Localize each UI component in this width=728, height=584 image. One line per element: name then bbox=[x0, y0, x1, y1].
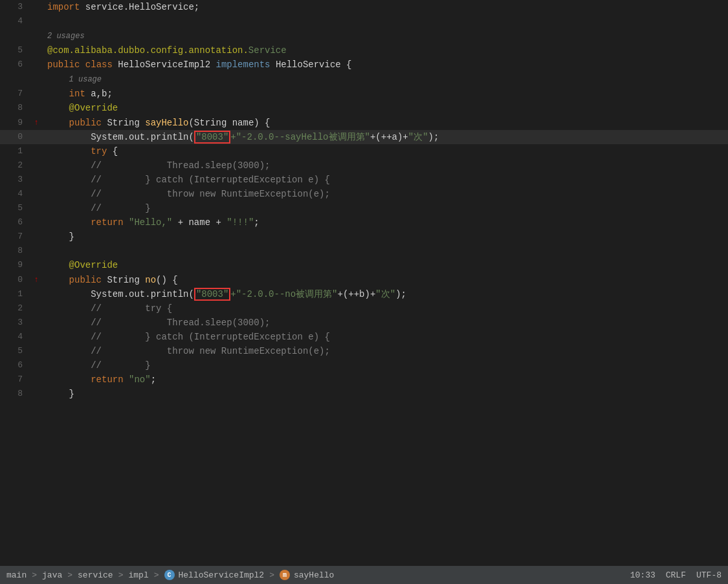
table-row: 7 } bbox=[0, 230, 728, 244]
status-path-impl: impl bbox=[128, 570, 148, 580]
code-line: // Thread.sleep(3000); bbox=[43, 158, 728, 173]
code-token: .println( bbox=[145, 289, 194, 299]
annotation-value: Service bbox=[248, 45, 287, 56]
indent bbox=[47, 160, 91, 171]
indent bbox=[47, 103, 69, 113]
table-row: 0 System.out.println("8003"+"-2.0.0--say… bbox=[0, 130, 728, 144]
status-line-ending: CRLF bbox=[666, 570, 686, 580]
indent bbox=[47, 203, 91, 213]
code-token bbox=[124, 217, 129, 228]
indent bbox=[47, 217, 91, 228]
code-token: String bbox=[102, 275, 145, 285]
gutter-cell bbox=[29, 244, 43, 258]
gutter-cell bbox=[29, 316, 43, 330]
code-token: + name + bbox=[172, 217, 226, 228]
code-line: // } catch (InterruptedException e) { bbox=[43, 173, 728, 187]
line-number: 6 bbox=[0, 58, 29, 72]
code-line: // } bbox=[43, 358, 728, 373]
highlighted-string: "8003" bbox=[194, 131, 230, 144]
table-row: 5 // throw new RuntimeException(e); bbox=[0, 344, 728, 358]
code-line: 2 usages bbox=[43, 28, 728, 43]
gutter-cell bbox=[29, 28, 43, 43]
status-path-main: main bbox=[6, 570, 27, 580]
indent bbox=[47, 360, 91, 371]
gutter-cell: ↑ bbox=[29, 272, 43, 287]
code-line: try { bbox=[43, 144, 728, 158]
line-number: 7 bbox=[0, 87, 29, 101]
table-row: 8 @Override bbox=[0, 101, 728, 115]
indent bbox=[47, 132, 91, 142]
indent bbox=[47, 389, 69, 399]
gutter-cell bbox=[29, 144, 43, 158]
code-token: (String name) { bbox=[188, 118, 270, 128]
code-line: public String no() { bbox=[43, 272, 728, 287]
commented-code: } bbox=[102, 203, 151, 213]
table-row: 4 // throw new RuntimeException(e); bbox=[0, 187, 728, 201]
line-number: 5 bbox=[0, 43, 29, 58]
gutter-cell bbox=[29, 287, 43, 301]
indent bbox=[47, 260, 69, 270]
code-token: +(++b)+ bbox=[338, 289, 376, 299]
table-row: 4 bbox=[0, 14, 728, 28]
line-number: 3 bbox=[0, 173, 29, 187]
indent bbox=[47, 318, 91, 328]
comment-marker: // bbox=[91, 360, 102, 371]
code-line: public String sayHello(String name) { bbox=[43, 115, 728, 130]
keyword-blue: implements bbox=[215, 59, 270, 70]
keyword: class bbox=[85, 59, 113, 70]
code-token: service.HelloService; bbox=[80, 2, 199, 12]
gutter-cell bbox=[29, 373, 43, 387]
keyword: import bbox=[47, 2, 80, 12]
line-number: 4 bbox=[0, 14, 29, 28]
keyword: public bbox=[47, 59, 80, 70]
run-icon[interactable]: ↑ bbox=[34, 118, 38, 127]
commented-code: try { bbox=[102, 303, 172, 314]
code-line: @Override bbox=[43, 258, 728, 272]
code-token bbox=[80, 59, 85, 70]
code-token: () { bbox=[156, 275, 178, 285]
line-number: 0 bbox=[0, 272, 29, 287]
line-number: 7 bbox=[0, 373, 29, 387]
line-number: 9 bbox=[0, 115, 29, 130]
gutter-cell bbox=[29, 72, 43, 87]
code-line: System.out.println("8003"+"-2.0.0--sayHe… bbox=[43, 130, 728, 144]
status-method-icon: m bbox=[280, 570, 290, 580]
code-token: System. bbox=[91, 289, 129, 299]
line-number: 1 bbox=[0, 287, 29, 301]
code-line bbox=[43, 244, 728, 258]
indent bbox=[47, 175, 91, 185]
string-literal: "!!!" bbox=[226, 217, 254, 228]
comment-marker: // bbox=[91, 332, 102, 342]
code-line: 1 usage bbox=[43, 72, 728, 87]
commented-code: } bbox=[102, 360, 151, 371]
line-number: 1 bbox=[0, 144, 29, 158]
gutter-cell bbox=[29, 130, 43, 144]
commented-code: throw new RuntimeException(e); bbox=[102, 346, 330, 356]
run-icon[interactable]: ↑ bbox=[34, 276, 38, 285]
indent bbox=[47, 74, 69, 84]
code-token: System. bbox=[91, 132, 129, 142]
string-literal: "no" bbox=[129, 374, 151, 385]
code-line: // throw new RuntimeException(e); bbox=[43, 344, 728, 358]
code-token: .println( bbox=[145, 132, 194, 142]
line-number: 7 bbox=[0, 230, 29, 244]
code-line: // try { bbox=[43, 301, 728, 316]
gutter-cell bbox=[29, 201, 43, 215]
table-row: 9↑ public String sayHello(String name) { bbox=[0, 115, 728, 130]
table-row: 1 System.out.println("8003"+"-2.0.0--no被… bbox=[0, 287, 728, 301]
line-number: 4 bbox=[0, 187, 29, 201]
code-line: @Override bbox=[43, 101, 728, 115]
method-name: no bbox=[145, 275, 156, 285]
keyword: return bbox=[91, 217, 123, 228]
code-line: // throw new RuntimeException(e); bbox=[43, 187, 728, 201]
gutter-cell bbox=[29, 358, 43, 373]
code-token: out bbox=[129, 132, 145, 142]
table-row: 3 // Thread.sleep(3000); bbox=[0, 316, 728, 330]
gutter-cell bbox=[29, 173, 43, 187]
code-line: // } catch (InterruptedException e) { bbox=[43, 330, 728, 344]
gutter-cell bbox=[29, 187, 43, 201]
table-row: 4 // } catch (InterruptedException e) { bbox=[0, 330, 728, 344]
string-literal: "Hello," bbox=[129, 217, 172, 228]
usage-hint: 1 usage bbox=[69, 75, 102, 84]
indent bbox=[47, 332, 91, 342]
